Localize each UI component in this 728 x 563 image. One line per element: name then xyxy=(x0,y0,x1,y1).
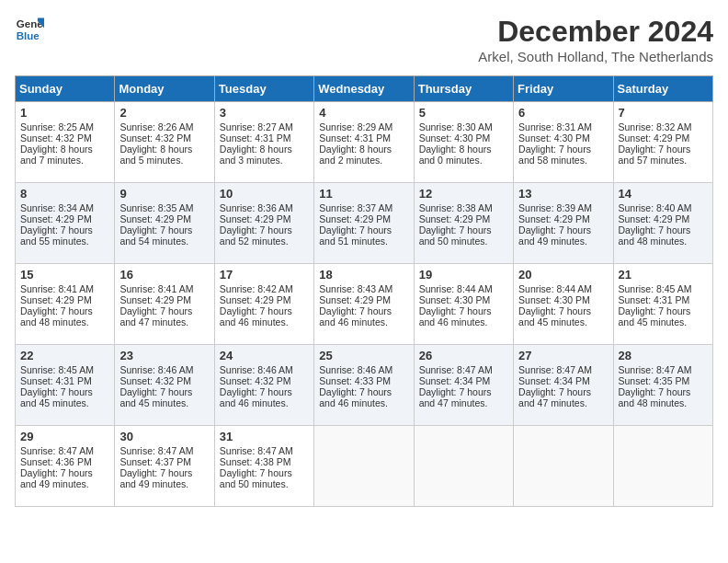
day-number: 15 xyxy=(20,268,109,282)
day-number: 8 xyxy=(20,187,109,201)
day-number: 2 xyxy=(119,106,209,120)
sunrise-label: Sunrise: 8:34 AM xyxy=(20,202,94,213)
page-header: General Blue December 2024 Arkel, South … xyxy=(15,15,713,64)
sunrise-label: Sunrise: 8:27 AM xyxy=(220,121,293,132)
sunrise-label: Sunrise: 8:25 AM xyxy=(20,121,94,132)
calendar-cell: 22 Sunrise: 8:45 AM Sunset: 4:31 PM Dayl… xyxy=(16,345,115,426)
day-number: 31 xyxy=(220,430,309,443)
calendar-cell xyxy=(613,426,712,507)
calendar-week-row: 15 Sunrise: 8:41 AM Sunset: 4:29 PM Dayl… xyxy=(16,264,713,345)
daylight-label: Daylight: 7 hours and 46 minutes. xyxy=(220,305,292,327)
day-number: 7 xyxy=(619,106,708,120)
sunset-label: Sunset: 4:29 PM xyxy=(619,213,690,224)
sunset-label: Sunset: 4:30 PM xyxy=(518,294,590,305)
daylight-label: Daylight: 8 hours and 0 minutes. xyxy=(419,144,492,166)
daylight-label: Daylight: 7 hours and 57 minutes. xyxy=(619,144,691,166)
sunrise-label: Sunrise: 8:44 AM xyxy=(518,283,592,294)
daylight-label: Daylight: 8 hours and 3 minutes. xyxy=(220,144,292,166)
day-number: 29 xyxy=(20,430,109,443)
daylight-label: Daylight: 7 hours and 46 minutes. xyxy=(319,305,392,327)
daylight-label: Daylight: 8 hours and 7 minutes. xyxy=(20,144,93,166)
sunset-label: Sunset: 4:30 PM xyxy=(419,294,491,305)
sunrise-label: Sunrise: 8:46 AM xyxy=(119,364,193,375)
calendar-body: 1 Sunrise: 8:25 AM Sunset: 4:32 PM Dayli… xyxy=(16,102,713,507)
sunrise-label: Sunrise: 8:47 AM xyxy=(20,445,94,456)
calendar-cell: 19 Sunrise: 8:44 AM Sunset: 4:30 PM Dayl… xyxy=(414,264,513,345)
sunrise-label: Sunrise: 8:47 AM xyxy=(419,364,493,375)
day-number: 23 xyxy=(119,349,209,362)
sunrise-label: Sunrise: 8:30 AM xyxy=(419,121,493,132)
sunset-label: Sunset: 4:32 PM xyxy=(119,132,191,144)
day-number: 27 xyxy=(518,349,608,362)
sunset-label: Sunset: 4:29 PM xyxy=(619,132,690,144)
sunrise-label: Sunrise: 8:46 AM xyxy=(220,364,293,375)
calendar-cell: 26 Sunrise: 8:47 AM Sunset: 4:34 PM Dayl… xyxy=(414,345,513,426)
calendar-cell xyxy=(514,426,613,507)
sunset-label: Sunset: 4:32 PM xyxy=(220,375,291,386)
month-title: December 2024 xyxy=(478,15,713,49)
day-of-week-header: Friday xyxy=(514,76,613,102)
sunrise-label: Sunrise: 8:47 AM xyxy=(220,445,293,456)
calendar-cell: 18 Sunrise: 8:43 AM Sunset: 4:29 PM Dayl… xyxy=(314,264,414,345)
sunset-label: Sunset: 4:29 PM xyxy=(518,213,590,224)
sunset-label: Sunset: 4:29 PM xyxy=(220,213,291,224)
day-number: 4 xyxy=(319,106,408,120)
sunset-label: Sunset: 4:29 PM xyxy=(119,213,191,224)
daylight-label: Daylight: 7 hours and 45 minutes. xyxy=(119,386,192,408)
daylight-label: Daylight: 7 hours and 50 minutes. xyxy=(220,467,292,489)
calendar-week-row: 29 Sunrise: 8:47 AM Sunset: 4:36 PM Dayl… xyxy=(16,426,713,507)
sunset-label: Sunset: 4:31 PM xyxy=(319,132,391,144)
daylight-label: Daylight: 7 hours and 49 minutes. xyxy=(518,224,591,247)
calendar-cell: 12 Sunrise: 8:38 AM Sunset: 4:29 PM Dayl… xyxy=(414,183,513,264)
calendar-cell: 27 Sunrise: 8:47 AM Sunset: 4:34 PM Dayl… xyxy=(514,345,613,426)
sunset-label: Sunset: 4:34 PM xyxy=(419,375,491,386)
daylight-label: Daylight: 7 hours and 58 minutes. xyxy=(518,144,591,166)
calendar-cell: 1 Sunrise: 8:25 AM Sunset: 4:32 PM Dayli… xyxy=(16,102,115,183)
day-of-week-header: Wednesday xyxy=(314,76,414,102)
day-number: 30 xyxy=(119,430,209,443)
daylight-label: Daylight: 7 hours and 50 minutes. xyxy=(419,224,492,247)
daylight-label: Daylight: 7 hours and 54 minutes. xyxy=(119,224,192,247)
day-number: 14 xyxy=(619,187,708,201)
sunset-label: Sunset: 4:38 PM xyxy=(220,456,291,467)
location-title: Arkel, South Holland, The Netherlands xyxy=(478,49,713,64)
day-of-week-header: Monday xyxy=(115,76,214,102)
sunrise-label: Sunrise: 8:47 AM xyxy=(119,445,193,456)
calendar-cell: 30 Sunrise: 8:47 AM Sunset: 4:37 PM Dayl… xyxy=(115,426,214,507)
sunset-label: Sunset: 4:36 PM xyxy=(20,456,92,467)
sunrise-label: Sunrise: 8:42 AM xyxy=(220,283,293,294)
calendar-cell: 23 Sunrise: 8:46 AM Sunset: 4:32 PM Dayl… xyxy=(115,345,214,426)
day-of-week-header: Sunday xyxy=(16,76,115,102)
calendar-cell: 16 Sunrise: 8:41 AM Sunset: 4:29 PM Dayl… xyxy=(115,264,214,345)
sunrise-label: Sunrise: 8:47 AM xyxy=(518,364,592,375)
sunrise-label: Sunrise: 8:40 AM xyxy=(619,202,692,213)
calendar-cell: 31 Sunrise: 8:47 AM Sunset: 4:38 PM Dayl… xyxy=(214,426,313,507)
sunset-label: Sunset: 4:29 PM xyxy=(20,294,92,305)
day-number: 13 xyxy=(518,187,608,201)
calendar-cell: 9 Sunrise: 8:35 AM Sunset: 4:29 PM Dayli… xyxy=(115,183,214,264)
logo-icon: General Blue xyxy=(15,15,44,44)
day-number: 12 xyxy=(419,187,508,201)
sunrise-label: Sunrise: 8:31 AM xyxy=(518,121,592,132)
sunset-label: Sunset: 4:37 PM xyxy=(119,456,191,467)
day-number: 20 xyxy=(518,268,608,282)
sunrise-label: Sunrise: 8:35 AM xyxy=(119,202,193,213)
daylight-label: Daylight: 7 hours and 45 minutes. xyxy=(518,305,591,327)
sunset-label: Sunset: 4:29 PM xyxy=(119,294,191,305)
daylight-label: Daylight: 7 hours and 55 minutes. xyxy=(20,224,93,247)
sunrise-label: Sunrise: 8:41 AM xyxy=(20,283,94,294)
day-number: 17 xyxy=(220,268,309,282)
day-number: 11 xyxy=(319,187,408,201)
sunrise-label: Sunrise: 8:39 AM xyxy=(518,202,592,213)
calendar-cell: 7 Sunrise: 8:32 AM Sunset: 4:29 PM Dayli… xyxy=(613,102,712,183)
sunrise-label: Sunrise: 8:36 AM xyxy=(220,202,293,213)
sunset-label: Sunset: 4:29 PM xyxy=(319,213,391,224)
daylight-label: Daylight: 7 hours and 48 minutes. xyxy=(619,224,691,247)
sunset-label: Sunset: 4:29 PM xyxy=(220,294,291,305)
calendar-cell: 8 Sunrise: 8:34 AM Sunset: 4:29 PM Dayli… xyxy=(16,183,115,264)
sunset-label: Sunset: 4:34 PM xyxy=(518,375,590,386)
sunrise-label: Sunrise: 8:29 AM xyxy=(319,121,392,132)
daylight-label: Daylight: 7 hours and 52 minutes. xyxy=(220,224,292,247)
sunrise-label: Sunrise: 8:47 AM xyxy=(619,364,692,375)
calendar-cell: 29 Sunrise: 8:47 AM Sunset: 4:36 PM Dayl… xyxy=(16,426,115,507)
